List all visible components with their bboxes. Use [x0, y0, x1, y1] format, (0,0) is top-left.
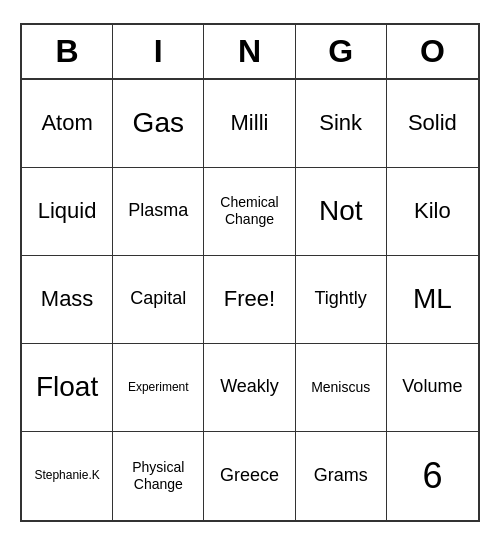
cell-text: Free!	[224, 286, 275, 312]
cell-text: Solid	[408, 110, 457, 136]
bingo-cell: Milli	[204, 80, 295, 168]
cell-text: Volume	[402, 376, 462, 398]
bingo-cell: Not	[296, 168, 387, 256]
bingo-cell: Plasma	[113, 168, 204, 256]
cell-text: Liquid	[38, 198, 97, 224]
cell-text: Mass	[41, 286, 94, 312]
cell-text: Plasma	[128, 200, 188, 222]
header-letter: I	[113, 25, 204, 78]
cell-text: Chemical Change	[208, 194, 290, 228]
bingo-cell: Experiment	[113, 344, 204, 432]
bingo-cell: Tightly	[296, 256, 387, 344]
cell-text: Gas	[133, 106, 184, 140]
bingo-cell: Stephanie.K	[22, 432, 113, 520]
cell-text: Sink	[319, 110, 362, 136]
bingo-cell: Meniscus	[296, 344, 387, 432]
cell-text: Experiment	[128, 380, 189, 394]
bingo-cell: ML	[387, 256, 478, 344]
bingo-grid: AtomGasMilliSinkSolidLiquidPlasmaChemica…	[22, 80, 478, 520]
bingo-cell: Greece	[204, 432, 295, 520]
bingo-cell: Chemical Change	[204, 168, 295, 256]
bingo-cell: Kilo	[387, 168, 478, 256]
cell-text: Capital	[130, 288, 186, 310]
bingo-cell: Free!	[204, 256, 295, 344]
cell-text: ML	[413, 282, 452, 316]
cell-text: Tightly	[315, 288, 367, 310]
header-letter: N	[204, 25, 295, 78]
header-letter: G	[296, 25, 387, 78]
cell-text: Kilo	[414, 198, 451, 224]
cell-text: Float	[36, 370, 98, 404]
cell-text: Meniscus	[311, 379, 370, 396]
bingo-cell: 6	[387, 432, 478, 520]
bingo-cell: Weakly	[204, 344, 295, 432]
bingo-cell: Volume	[387, 344, 478, 432]
bingo-card: BINGO AtomGasMilliSinkSolidLiquidPlasmaC…	[20, 23, 480, 522]
cell-text: Atom	[41, 110, 92, 136]
bingo-cell: Sink	[296, 80, 387, 168]
cell-text: 6	[422, 454, 442, 497]
header-letter: B	[22, 25, 113, 78]
cell-text: Milli	[231, 110, 269, 136]
cell-text: Greece	[220, 465, 279, 487]
bingo-cell: Grams	[296, 432, 387, 520]
bingo-cell: Mass	[22, 256, 113, 344]
bingo-cell: Atom	[22, 80, 113, 168]
bingo-cell: Solid	[387, 80, 478, 168]
header-letter: O	[387, 25, 478, 78]
cell-text: Weakly	[220, 376, 279, 398]
bingo-cell: Gas	[113, 80, 204, 168]
bingo-cell: Physical Change	[113, 432, 204, 520]
cell-text: Stephanie.K	[34, 468, 99, 482]
bingo-cell: Liquid	[22, 168, 113, 256]
cell-text: Not	[319, 194, 363, 228]
bingo-cell: Float	[22, 344, 113, 432]
cell-text: Physical Change	[117, 459, 199, 493]
bingo-header: BINGO	[22, 25, 478, 80]
bingo-cell: Capital	[113, 256, 204, 344]
cell-text: Grams	[314, 465, 368, 487]
